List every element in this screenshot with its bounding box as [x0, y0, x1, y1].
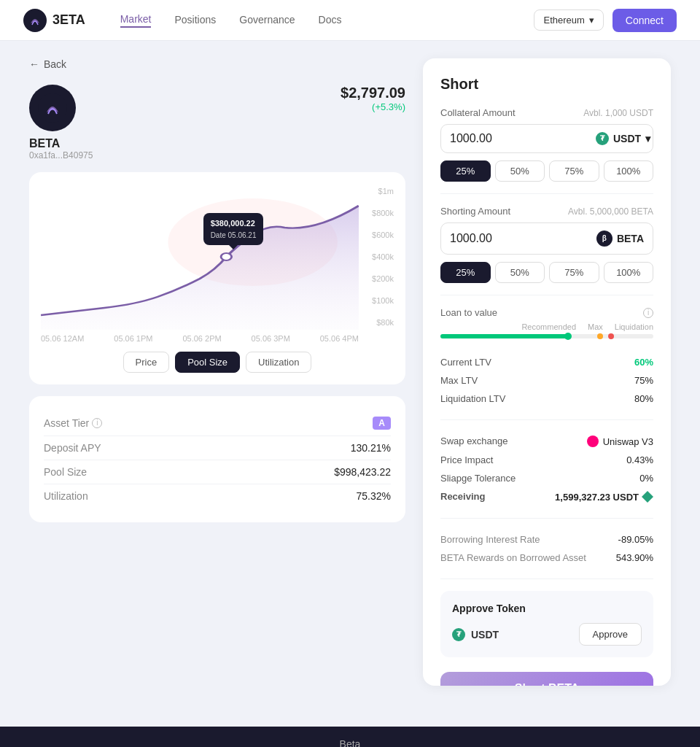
token-change: (+5.3%) — [341, 101, 405, 112]
footer-text: Beta — [340, 738, 361, 747]
approve-button[interactable]: Approve — [579, 623, 642, 646]
collateral-pct-100[interactable]: 100% — [604, 160, 654, 182]
logo: 3ETA — [23, 9, 85, 32]
max-ltv-label: Max LTV — [440, 375, 478, 386]
shorting-pct-100[interactable]: 100% — [604, 262, 654, 283]
shorting-label-row: Shorting Amount Avbl. 5,000,000 BETA — [440, 206, 653, 217]
asset-tier-info-icon[interactable]: i — [92, 418, 102, 428]
approve-title: Approve Token — [452, 603, 642, 614]
asset-tier-label: Asset Tier i — [44, 417, 102, 429]
pool-size-value: $998,423.22 — [334, 466, 391, 478]
shorting-pct-50[interactable]: 50% — [495, 262, 545, 283]
left-panel: ← Back BETA 0xa1fa...B40975 $2,797.09 (+… — [29, 58, 405, 686]
divider-4 — [440, 518, 653, 519]
stat-deposit-apy: Deposit APY 130.21% — [44, 436, 391, 460]
back-arrow-icon: ← — [29, 58, 39, 70]
nav-positions[interactable]: Positions — [174, 14, 216, 27]
collateral-token: ₮ USDT ▾ — [596, 132, 650, 145]
chart-area: $1m $800k $600k $400k $200k $100k $80k — [41, 184, 394, 330]
main-content: ← Back BETA 0xa1fa...B40975 $2,797.09 (+… — [0, 41, 700, 703]
borrow-rewards-label: BETA Rewards on Borrowed Asset — [440, 552, 586, 563]
borrow-rewards-value: 543.90% — [616, 552, 653, 563]
token-price-section: $2,797.09 (+5.3%) — [341, 85, 405, 112]
token-header: BETA 0xa1fa...B40975 $2,797.09 (+5.3%) — [29, 85, 405, 160]
collateral-pct-50[interactable]: 50% — [495, 160, 545, 182]
collateral-label-row: Collateral Amount Avbl. 1,000 USDT — [440, 107, 653, 118]
shorting-input-wrap: β BETA — [440, 222, 653, 255]
connect-button[interactable]: Connect — [612, 9, 677, 32]
ltv-info-icon[interactable]: i — [643, 308, 653, 318]
collateral-dropdown-icon[interactable]: ▾ — [645, 133, 650, 144]
max-ltv-value: 75% — [634, 375, 653, 386]
network-selector[interactable]: Ethereum ▾ — [534, 9, 603, 31]
swap-exchange-label: Swap exchange — [440, 436, 508, 447]
shorting-input[interactable] — [450, 232, 596, 245]
chart-y-labels: $1m $800k $600k $400k $200k $100k $80k — [372, 184, 394, 330]
ltv-dot-recommended — [564, 333, 572, 340]
collateral-input-wrap: ₮ USDT ▾ — [440, 124, 653, 153]
nav-links: Market Positions Governance Docs — [120, 13, 534, 28]
swap-exchange-value: Uniswap V3 — [587, 436, 653, 447]
back-label: Back — [44, 58, 66, 70]
short-beta-button[interactable]: Short BETA — [440, 672, 653, 686]
nav-market[interactable]: Market — [120, 13, 152, 28]
nav-docs[interactable]: Docs — [319, 14, 342, 27]
chevron-down-icon: ▾ — [589, 15, 594, 26]
pool-size-label: Pool Size — [44, 466, 87, 478]
ltv-bar — [440, 334, 653, 338]
shorting-pct-75[interactable]: 75% — [549, 262, 599, 283]
stats-card: Asset Tier i A Deposit APY 130.21% Pool … — [29, 396, 405, 522]
collateral-pct-75[interactable]: 75% — [549, 160, 599, 182]
approve-usdt-icon: ₮ — [452, 628, 465, 641]
divider-1 — [440, 193, 653, 194]
current-ltv-label: Current LTV — [440, 357, 491, 368]
shorting-pct-buttons: 25% 50% 75% 100% — [440, 262, 653, 283]
tab-price[interactable]: Price — [123, 352, 170, 373]
borrow-interest-row: Borrowing Interest Rate -89.05% — [440, 530, 653, 549]
ltv-labels-row: Recommended Max Liquidation — [440, 322, 653, 331]
collateral-input[interactable] — [450, 132, 596, 145]
utilization-value: 75.32% — [357, 490, 391, 502]
back-link[interactable]: ← Back — [29, 58, 405, 70]
ltv-max-row: Max LTV 75% — [440, 371, 653, 390]
shorting-avbl: Avbl. 5,000,000 BETA — [568, 206, 653, 217]
borrow-rewards-row: BETA Rewards on Borrowed Asset 543.90% — [440, 549, 653, 567]
ltv-dot-liquidation — [608, 333, 614, 339]
collateral-pct-buttons: 25% 50% 75% 100% — [440, 160, 653, 182]
current-ltv-value: 60% — [634, 357, 653, 368]
receiving-row: Receiving 1,599,327.23 USDT — [440, 487, 653, 506]
asset-tier-value: A — [373, 417, 391, 430]
deposit-apy-value: 130.21% — [351, 442, 391, 454]
tab-pool-size[interactable]: Pool Size — [175, 352, 240, 373]
network-label: Ethereum — [543, 15, 584, 26]
ltv-label: Loan to value — [440, 307, 497, 318]
token-price: $2,797.09 — [341, 85, 405, 101]
borrow-interest-value: -89.05% — [618, 534, 653, 545]
price-impact-label: Price Impact — [440, 454, 493, 465]
swap-exchange-row: Swap exchange Uniswap V3 — [440, 432, 653, 451]
collateral-label: Collateral Amount — [440, 107, 516, 118]
svg-point-3 — [221, 253, 232, 260]
chart-svg — [41, 184, 359, 330]
price-impact-row: Price Impact 0.43% — [440, 451, 653, 469]
collateral-pct-25[interactable]: 25% — [440, 160, 491, 182]
shorting-pct-25[interactable]: 25% — [440, 262, 491, 283]
nav-governance[interactable]: Governance — [239, 14, 295, 27]
deposit-apy-label: Deposit APY — [44, 442, 101, 454]
chart-tabs: Price Pool Size Utilization — [41, 352, 394, 373]
tab-utilization[interactable]: Utilization — [246, 352, 311, 373]
beta-icon: β — [596, 231, 612, 247]
slippage-row: Sliapge Tolerance 0% — [440, 469, 653, 487]
liquidation-ltv-label: Liquidation LTV — [440, 393, 505, 404]
borrow-interest-label: Borrowing Interest Rate — [440, 534, 540, 545]
ltv-dot-max — [597, 333, 603, 339]
ltv-header: Loan to value i — [440, 307, 653, 318]
uniswap-icon — [587, 436, 599, 447]
slippage-value: 0% — [639, 473, 653, 484]
stat-pool-size: Pool Size $998,423.22 — [44, 460, 391, 484]
stat-utilization: Utilization 75.32% — [44, 484, 391, 508]
receiving-value: 1,599,327.23 USDT — [555, 491, 653, 503]
utilization-label: Utilization — [44, 490, 88, 502]
token-address: 0xa1fa...B40975 — [29, 150, 93, 160]
shorting-label: Shorting Amount — [440, 206, 510, 217]
